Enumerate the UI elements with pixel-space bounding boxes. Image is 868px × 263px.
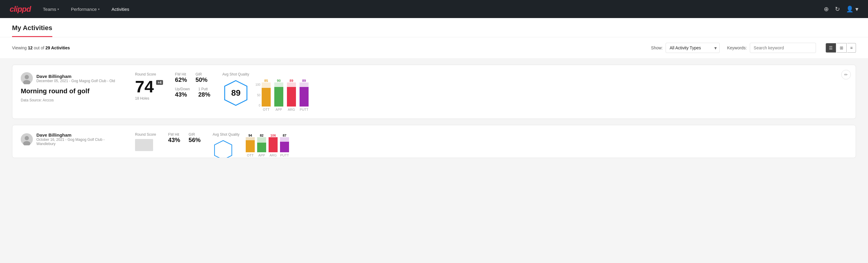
fw-hit-label-2: FW Hit bbox=[168, 133, 180, 137]
viewing-count: 12 bbox=[28, 46, 33, 50]
grid-view-button[interactable]: ⊞ bbox=[837, 43, 847, 53]
bar-putt-value-2: 87 bbox=[280, 134, 289, 137]
navbar-right: ⊕ ↻ 👤 ▾ bbox=[824, 5, 858, 12]
fw-hit-value-2: 43% bbox=[168, 137, 180, 144]
bar-arg-2: 106 ARG bbox=[269, 134, 278, 157]
bar-app-color-2 bbox=[257, 143, 266, 152]
bar-label-3: PUTT bbox=[300, 108, 309, 111]
shot-quality-hexagon-2 bbox=[213, 140, 240, 158]
gir-label-2: GIR bbox=[189, 133, 200, 137]
user-date-2: October 16, 2021 - Gog Magog Golf Club -… bbox=[36, 138, 123, 146]
user-details-2: Dave Billingham October 16, 2021 - Gog M… bbox=[36, 133, 123, 146]
user-date: December 05, 2021 - Gog Magog Golf Club … bbox=[36, 79, 115, 83]
bar-value-2: 89 bbox=[287, 79, 296, 83]
viewing-total: 29 bbox=[45, 46, 50, 50]
y-axis-0: 0 bbox=[259, 104, 260, 107]
y-axis-100: 100 bbox=[255, 83, 260, 86]
avg-shot-quality-label-2: Avg Shot Quality bbox=[213, 133, 240, 137]
shot-quality-hexagon: 89 bbox=[222, 80, 249, 107]
keywords-filter-group: Keywords: bbox=[727, 43, 816, 53]
score-diff: +4 bbox=[156, 80, 163, 85]
svg-point-1 bbox=[25, 75, 29, 79]
svg-point-5 bbox=[25, 136, 29, 140]
one-putt-value: 28% bbox=[198, 91, 210, 98]
bar-arg-fill-2 bbox=[269, 137, 278, 152]
gir-stat-2: GIR 56% bbox=[189, 133, 200, 144]
nav-activities-label: Activities bbox=[112, 7, 129, 12]
bar-ott: 85 OTT bbox=[262, 79, 271, 111]
mini-stats-row2: Up/Down 43% 1 Putt 28% bbox=[175, 87, 210, 98]
nav-activities[interactable]: Activities bbox=[112, 7, 129, 12]
filter-bar: Viewing 12 out of 29 Activities Show: Al… bbox=[0, 37, 868, 59]
activity-card-2: Dave Billingham October 16, 2021 - Gog M… bbox=[12, 125, 856, 158]
bar-value-0: 85 bbox=[262, 79, 271, 83]
score-holes: 18 Holes bbox=[135, 96, 163, 100]
fw-hit-stat: FW Hit 62% bbox=[175, 72, 187, 83]
bar-container-0 bbox=[262, 83, 271, 107]
bar-fill-3 bbox=[300, 87, 309, 107]
chart-bars-group: 85 OTT 90 APP 89 ARG 89 PUTT bbox=[262, 79, 309, 111]
bar-ott-fill-2 bbox=[246, 137, 255, 152]
shot-quality-section: Avg Shot Quality 89 100 50 0 bbox=[222, 72, 309, 111]
bar-label-2: ARG bbox=[287, 108, 296, 111]
bar-value-3: 89 bbox=[300, 79, 309, 83]
activity-type-select[interactable]: All Activity Types bbox=[665, 43, 720, 53]
bar-app-label-2: APP bbox=[257, 153, 266, 157]
svg-marker-7 bbox=[214, 141, 232, 158]
page-title: My Activities bbox=[12, 24, 52, 37]
nav-teams[interactable]: Teams ▾ bbox=[43, 7, 59, 12]
bar-putt: 89 PUTT bbox=[300, 79, 309, 111]
bar-chart-wrap: 100 50 0 85 OTT 90 APP 89 bbox=[255, 79, 309, 111]
round-score-label: Round Score bbox=[135, 72, 163, 77]
bar-app-2: 82 APP bbox=[257, 134, 266, 157]
bar-app: 90 APP bbox=[274, 79, 283, 111]
list-view-button[interactable]: ☰ bbox=[826, 43, 836, 53]
compact-view-button[interactable]: ≡ bbox=[847, 43, 856, 53]
edit-button[interactable]: ✏ bbox=[841, 70, 851, 80]
fw-hit-label: FW Hit bbox=[175, 72, 187, 77]
logo[interactable]: clippd bbox=[10, 4, 31, 14]
updown-stat: Up/Down 43% bbox=[175, 87, 190, 98]
fw-hit-stat-2: FW Hit 43% bbox=[168, 133, 180, 144]
bar-fill-1 bbox=[274, 87, 283, 107]
keywords-label: Keywords: bbox=[727, 46, 746, 50]
user-menu-icon[interactable]: 👤 ▾ bbox=[846, 5, 858, 12]
viewing-suffix: Activities bbox=[50, 46, 70, 50]
bar-putt-fill-2 bbox=[280, 137, 289, 152]
bar-putt-label-2: PUTT bbox=[280, 153, 289, 157]
bar-container-2 bbox=[287, 83, 296, 107]
user-details: Dave Billingham December 05, 2021 - Gog … bbox=[36, 74, 115, 83]
activity-card: ✏ Dave Billingham December 05, 2021 - Go… bbox=[12, 65, 856, 119]
bar-ott-value-2: 94 bbox=[246, 134, 255, 137]
bar-container-1 bbox=[274, 83, 283, 107]
nav-performance-label: Performance bbox=[71, 7, 97, 12]
bar-putt-2: 87 PUTT bbox=[280, 134, 289, 157]
viewing-text: Viewing 12 out of 29 Activities bbox=[12, 46, 644, 50]
shot-quality-value: 89 bbox=[231, 88, 241, 98]
refresh-icon[interactable]: ↻ bbox=[835, 5, 840, 12]
updown-value: 43% bbox=[175, 91, 190, 98]
data-source: Data Source: Arccos bbox=[21, 98, 123, 102]
performance-chevron-icon: ▾ bbox=[98, 7, 99, 11]
teams-chevron-icon: ▾ bbox=[57, 7, 59, 11]
bar-app-value-2: 82 bbox=[257, 134, 266, 137]
mini-stats: FW Hit 62% GIR 50% bbox=[175, 72, 210, 83]
avatar bbox=[21, 72, 33, 84]
bar-arg-label-2: ARG bbox=[269, 153, 278, 157]
bar-ott-2: 94 OTT bbox=[246, 134, 255, 157]
gir-label: GIR bbox=[195, 72, 208, 77]
search-input[interactable] bbox=[750, 43, 816, 53]
mini-stats-section: FW Hit 62% GIR 50% Up/Down 43% 1 Putt 28… bbox=[175, 72, 210, 98]
avatar-2 bbox=[21, 133, 33, 145]
nav-performance[interactable]: Performance ▾ bbox=[71, 7, 99, 12]
mini-stats-section-2: FW Hit 43% GIR 56% bbox=[168, 133, 200, 144]
score-placeholder bbox=[135, 139, 153, 151]
bar-label-0: OTT bbox=[262, 108, 271, 111]
bar-fill-2 bbox=[287, 87, 296, 107]
y-axis-50: 50 bbox=[257, 94, 260, 97]
card-left: Dave Billingham December 05, 2021 - Gog … bbox=[21, 72, 123, 102]
add-icon[interactable]: ⊕ bbox=[824, 5, 829, 12]
main-content: ✏ Dave Billingham December 05, 2021 - Go… bbox=[0, 65, 868, 170]
bar-chart-wrap-2: 94 OTT 82 APP 106 bbox=[246, 134, 289, 157]
bar-ott-label-2: OTT bbox=[246, 153, 255, 157]
